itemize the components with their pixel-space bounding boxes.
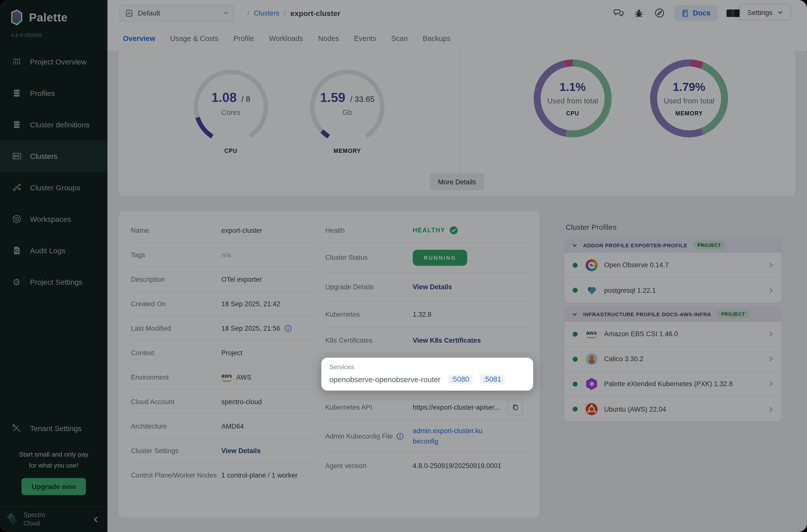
topbar: Default / Clusters / export-cluster [108,0,807,26]
sidebar-item-clusters[interactable]: Clusters [0,140,108,172]
detail-row-kubernetes: Kubernetes 1.32.8 [325,302,533,328]
aws-logo-icon: aws [585,330,598,338]
tab-usage-costs[interactable]: Usage & Costs [170,26,218,51]
tab-overview[interactable]: Overview [123,26,155,51]
sidebar-item-cluster-definitions[interactable]: Cluster definitions [0,109,108,140]
tab-scan[interactable]: Scan [391,26,408,51]
sidebar-item-project-overview[interactable]: Project Overview [0,46,108,77]
chevron-right-icon [768,262,774,268]
layers-icon [11,119,22,130]
gear-icon: ⚙ [11,277,22,287]
detail-row-control-plane: Control Plane/Worker Nodes 1 control-pla… [131,463,315,488]
profile-item-postgresql[interactable]: postgresql 1.22.1 [565,278,781,303]
sidebar-item-label: Project Settings [30,278,82,286]
spectro-cloud-logo-icon [6,513,19,526]
cluster-profiles-panel: Cluster Profiles ADDON PROFILE EXPORTER-… [565,223,781,425]
tab-events[interactable]: Events [354,26,376,51]
detail-row-cluster-status: Cluster Status RUNNING [325,243,533,273]
view-k8s-certificates-link[interactable]: View K8s Certificates [413,337,481,344]
service-name: openobserve-openobserve-router [329,375,440,383]
palette-logo-icon [9,9,24,26]
check-circle-icon [449,226,458,235]
cpu-total-donut: 1.1% Used from total CPU [534,59,612,137]
cpu-gauge-caption: CPU [188,148,273,154]
upgrade-now-button[interactable]: Upgrade now [21,478,86,495]
settings-button[interactable]: Settings [740,4,791,20]
memory-usage-gauge: 1.59 / 33.65 Gb MEMORY [305,68,390,157]
sidebar-item-workspaces[interactable]: Workspaces [0,203,108,235]
memory-donut-caption: MEMORY [675,110,703,116]
chat-icon[interactable] [613,7,624,18]
service-port-link-5080[interactable]: :5080 [448,374,473,384]
chevron-right-icon [768,287,774,293]
service-port-link-5081[interactable]: :5081 [480,374,505,384]
sidebar-item-audit-logs[interactable]: Audit Logs [0,235,108,266]
addon-profile-header[interactable]: ADDON PROFILE EXPORTER-PROFILE PROJECT [565,237,781,253]
detail-row-health: Health HEALTHY [325,218,533,243]
cluster-details-card: Name export-cluster Tags n/a Description… [118,211,540,518]
sidebar-nav: Project Overview Profiles Cluster defini… [0,46,108,298]
memory-donut-label: Used from total [663,96,714,105]
sidebar-item-profiles[interactable]: Profiles [0,77,108,109]
profile-item-pxk[interactable]: Palette eXtended Kubernetes (PXK) 1.32.8 [565,372,781,397]
sidebar-item-cluster-groups[interactable]: Cluster Groups [0,172,108,203]
tab-nodes[interactable]: Nodes [318,26,339,51]
memory-gauge-value: 1.59 / 33.65 Gb [305,90,390,116]
calico-icon [585,353,598,365]
cpu-donut-value: 1.1% [560,80,586,94]
copy-icon[interactable] [508,399,523,415]
chevron-right-icon [768,356,774,362]
detail-row-architecture: Architecture AMD64 [131,414,315,439]
sidebar: Palette 4.8.0-250916 Project Overview [0,0,108,532]
spectro-cloud-label: Spectro Cloud [23,511,45,528]
status-dot [573,406,578,412]
info-icon[interactable] [396,433,404,440]
upgrade-view-details-link[interactable]: View Details [413,283,452,291]
status-dot [573,356,578,361]
tab-backups[interactable]: Backups [423,26,450,51]
more-details-button[interactable]: More Details [430,173,485,190]
profile-item-calico[interactable]: Calico 3.30.2 [565,347,781,372]
detail-row-agent-version: Agent version 4.8.0-250919/20250919.0001 [325,453,533,478]
cpu-usage-gauge: 1.08 / 8 Cores CPU [188,68,273,157]
sidebar-item-label: Cluster definitions [30,120,90,129]
kubeconfig-download-link[interactable]: admin.export-cluster.kubeconfig [413,426,483,446]
breadcrumb-current: export-cluster [290,9,340,17]
chevron-right-icon [768,331,774,337]
profile-item-amazon-ebs-csi[interactable]: aws Amazon EBS CSI 1.46.0 [565,322,781,347]
status-dot [573,331,578,337]
docs-button[interactable]: Docs [674,5,717,21]
profile-item-ubuntu[interactable]: Ubuntu (AWS) 22.04 [565,397,781,422]
info-icon[interactable] [284,324,292,332]
main-area: Default / Clusters / export-cluster [108,0,807,532]
cluster-profiles-title: Cluster Profiles [566,223,781,231]
logo-text: Palette [29,11,68,24]
addon-profile-section: ADDON PROFILE EXPORTER-PROFILE PROJECT O… [565,237,781,303]
sidebar-item-tenant-settings[interactable]: Tenant Settings [0,413,108,444]
memory-gauge-caption: MEMORY [305,148,390,154]
overview-card: 1.08 / 8 Cores CPU 1.59 / 33.65 Gb MEMOR… [118,49,795,196]
tab-profile[interactable]: Profile [233,26,254,51]
detail-row-k8s-certificates: K8s Certificates View K8s Certificates [325,328,533,354]
compass-icon[interactable] [654,7,665,18]
sidebar-collapse-icon[interactable] [92,516,99,523]
project-selector[interactable]: Default [119,5,234,21]
details-right-column: Health HEALTHY Cluster Status RUNNING [325,215,540,518]
status-dot [573,263,578,267]
infrastructure-profile-header[interactable]: INFRASTRUCTURE PROFILE DOCS-AWS-INFRA PR… [565,306,781,322]
memory-donut-value: 1.79% [673,80,705,94]
sidebar-item-label: Profiles [30,89,55,97]
sidebar-spacer [0,298,108,413]
detail-row-description: Description OTel exporter [131,267,315,292]
tools-icon [11,423,22,434]
sidebar-item-label: Clusters [30,152,57,160]
profile-item-open-observe[interactable]: Open Observe 0.14.7 [565,253,781,278]
cluster-settings-view-details-link[interactable]: View Details [221,447,261,454]
bug-report-icon[interactable] [633,7,644,18]
orbit-icon [11,213,22,225]
sidebar-item-project-settings[interactable]: ⚙ Project Settings [0,266,108,298]
memory-total-donut: 1.79% Used from total MEMORY [650,59,728,137]
tab-workloads[interactable]: Workloads [269,26,303,51]
breadcrumb-link-clusters[interactable]: Clusters [254,9,280,17]
detail-row-name: Name export-cluster [131,218,315,243]
